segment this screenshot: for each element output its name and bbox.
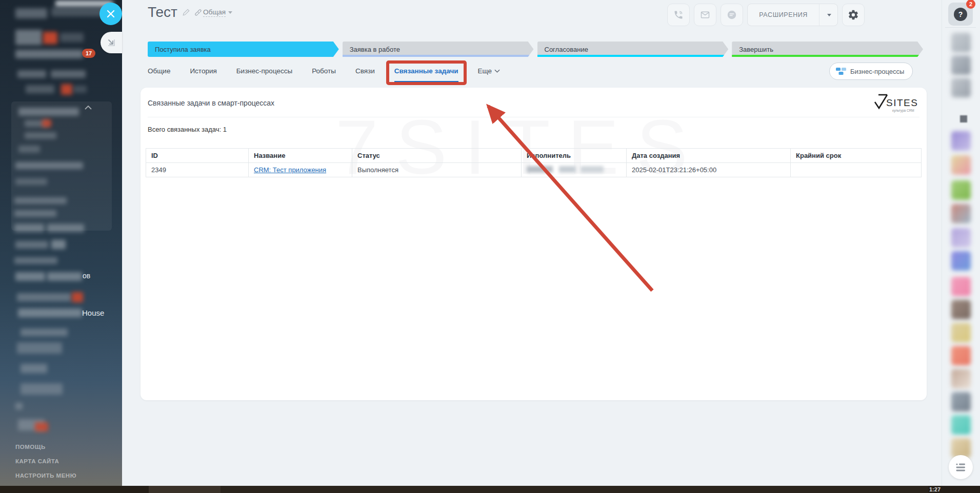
tab-роботы[interactable]: Роботы <box>312 67 336 81</box>
cell-name: CRM: Тест приложения <box>249 163 352 177</box>
redacted-menu-item[interactable] <box>15 30 42 45</box>
collapse-menu-button[interactable] <box>101 32 122 53</box>
close-icon <box>107 10 115 18</box>
redacted-menu-item[interactable] <box>17 342 62 354</box>
redacted-menu-item[interactable] <box>15 241 48 249</box>
redacted-menu-item[interactable] <box>21 364 47 373</box>
redacted-menu-item[interactable] <box>15 162 83 169</box>
tab-общие[interactable]: Общие <box>148 67 170 81</box>
redacted-menu-item[interactable] <box>61 84 72 95</box>
redacted-menu-item[interactable] <box>15 50 83 58</box>
redacted-menu-item[interactable] <box>17 293 71 301</box>
redacted-menu-item[interactable] <box>15 8 47 18</box>
redacted-menu-item[interactable] <box>72 292 83 302</box>
chat-button[interactable] <box>721 4 743 26</box>
app-window: 17 ов House ПОМОЩЬКАРТА САЙТАНАСТРОИТЬ М… <box>0 0 980 493</box>
chevron-up-icon[interactable] <box>85 106 92 110</box>
redacted-menu-item[interactable] <box>15 272 45 281</box>
redacted-avatar[interactable] <box>951 33 971 52</box>
redacted-avatar[interactable] <box>951 415 971 435</box>
redacted-menu-item[interactable] <box>18 309 82 317</box>
sidebar-footer-link[interactable]: КАРТА САЙТА <box>15 458 76 464</box>
redacted-avatar[interactable] <box>951 180 971 200</box>
redacted-menu-item[interactable] <box>21 328 68 336</box>
tab-связи[interactable]: Связи <box>355 67 375 81</box>
redacted-menu-item[interactable] <box>14 257 57 264</box>
redacted-menu-item[interactable] <box>35 422 48 432</box>
menu-label-fragment[interactable]: ов <box>83 272 90 280</box>
column-header[interactable]: Дата создания <box>627 149 791 163</box>
redacted-menu-item[interactable] <box>51 240 66 249</box>
stage-item[interactable]: Завершить <box>732 42 923 57</box>
taskbar-app[interactable] <box>149 486 221 493</box>
column-header[interactable]: ID <box>146 149 249 163</box>
extensions-button[interactable]: РАСШИРЕНИЯ <box>747 4 838 26</box>
sidebar-footer-link[interactable]: НАСТРОИТЬ МЕНЮ <box>15 473 76 479</box>
tab-бизнес-процессы[interactable]: Бизнес-процессы <box>236 67 292 81</box>
redacted-menu-item[interactable] <box>47 224 84 232</box>
call-button[interactable] <box>667 4 690 26</box>
redacted-menu-item[interactable] <box>14 197 67 204</box>
column-header[interactable]: Название <box>249 149 352 163</box>
redacted-menu-item[interactable] <box>47 272 82 281</box>
redacted-avatar[interactable] <box>951 155 971 175</box>
redacted-menu-item[interactable] <box>26 85 54 93</box>
category-selector[interactable]: Общая <box>195 8 232 17</box>
redacted-avatar[interactable] <box>951 131 971 151</box>
redacted-avatar[interactable] <box>951 228 971 248</box>
redacted-menu-item[interactable] <box>17 70 46 78</box>
tab-label: История <box>190 67 216 75</box>
tab-label: Связи <box>355 67 375 75</box>
stage-item[interactable]: Согласование <box>537 42 729 57</box>
redacted-menu-item[interactable] <box>14 210 56 217</box>
menu-label-fragment[interactable]: House <box>82 309 104 317</box>
redacted-avatar[interactable] <box>951 55 971 75</box>
close-menu-button[interactable] <box>99 3 122 25</box>
stage-item[interactable]: Поступила заявка <box>148 42 339 57</box>
redacted-menu-item[interactable] <box>21 383 63 395</box>
redacted-avatar[interactable] <box>951 78 971 97</box>
redacted-avatar[interactable] <box>951 277 971 296</box>
redacted-avatar[interactable] <box>951 369 971 388</box>
redacted-menu-item[interactable] <box>18 146 40 153</box>
column-header[interactable]: Крайний срок <box>791 149 922 163</box>
extensions-dropdown[interactable] <box>819 4 837 26</box>
sidebar-footer-link[interactable]: ПОМОЩЬ <box>15 444 76 450</box>
widget-list-button[interactable] <box>949 455 973 479</box>
redacted-avatar[interactable] <box>951 204 971 223</box>
business-process-button[interactable]: Бизнес-процессы <box>829 63 913 80</box>
redacted-menu-item[interactable] <box>18 108 79 116</box>
chevron-down-icon <box>494 69 500 73</box>
redacted-menu-item[interactable] <box>25 132 56 139</box>
redacted-avatar[interactable] <box>951 323 971 342</box>
redacted-menu-item[interactable] <box>15 403 23 409</box>
redacted-menu-item[interactable] <box>60 33 84 42</box>
edit-title-icon[interactable] <box>183 9 190 16</box>
notification-badge: 17 <box>82 49 95 58</box>
svg-text:SITES: SITES <box>886 97 918 108</box>
redacted-avatar[interactable] <box>951 392 971 412</box>
business-process-label: Бизнес-процессы <box>850 68 904 75</box>
redacted-menu-item[interactable] <box>15 178 47 185</box>
redacted-avatar[interactable] <box>951 251 971 271</box>
task-link[interactable]: CRM: Тест приложения <box>254 166 326 174</box>
redacted-menu-item[interactable] <box>51 70 86 78</box>
redacted-menu-item[interactable] <box>14 224 44 232</box>
settings-button[interactable] <box>842 4 865 26</box>
redacted-menu-item[interactable] <box>42 119 51 127</box>
os-taskbar[interactable]: 1:27 <box>0 486 980 493</box>
redacted-avatar[interactable] <box>951 346 971 365</box>
column-header[interactable]: Исполнитель <box>522 149 627 163</box>
column-header[interactable]: Статус <box>352 149 522 163</box>
redacted-avatar[interactable] <box>951 300 971 319</box>
email-button[interactable] <box>694 4 716 26</box>
redacted-menu-item[interactable] <box>73 86 87 93</box>
tab-история[interactable]: История <box>190 67 216 81</box>
taskbar-app[interactable] <box>221 486 928 493</box>
help-button[interactable]: ? 2 <box>948 3 973 26</box>
tab-еще[interactable]: Еще <box>478 67 500 81</box>
redacted-menu-item[interactable] <box>43 32 57 44</box>
tab-связанные-задачи[interactable]: Связанные задачи <box>394 67 458 83</box>
stage-item[interactable]: Заявка в работе <box>343 42 534 57</box>
gear-icon <box>848 9 859 20</box>
